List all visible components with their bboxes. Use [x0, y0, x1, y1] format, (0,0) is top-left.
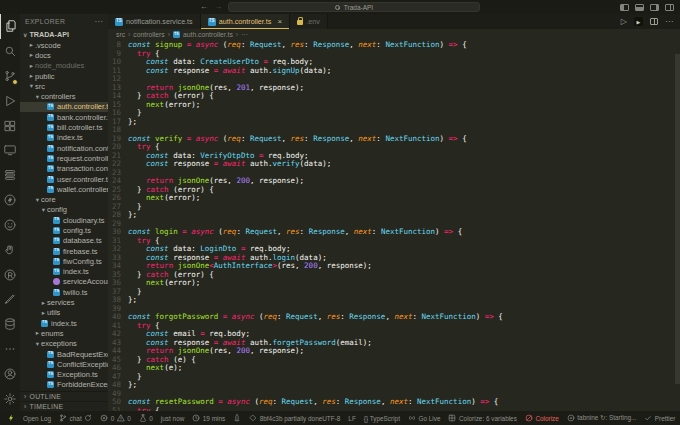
tree-folder--vscode[interactable]: ▸.vscode [20, 40, 108, 50]
activity-item-search[interactable] [0, 39, 20, 64]
tree-file-auth-controller-ts[interactable]: TSauth.controller.ts [20, 102, 108, 112]
breadcrumb-item[interactable]: ⋯ [241, 31, 248, 39]
close-icon[interactable]: × [277, 18, 282, 26]
status-git-branch[interactable]: chat [59, 414, 92, 422]
typescript-file-icon: TS [47, 165, 54, 172]
tree-folder-core[interactable]: ▾core [20, 194, 108, 204]
status-prettier[interactable]: Prettier [644, 414, 675, 422]
command-center-search[interactable]: Trada-API [228, 2, 480, 12]
tree-folder-config[interactable]: ▾config [20, 205, 108, 215]
explorer-more-icon[interactable]: ⋯ [95, 17, 103, 26]
status-rocket-item[interactable] [233, 414, 241, 422]
breadcrumb-item[interactable]: controllers [133, 31, 164, 38]
status-label: LF [348, 415, 355, 422]
tree-folder-src[interactable]: ▾src [20, 81, 108, 91]
activity-item-github[interactable] [0, 213, 20, 238]
status-colorize-variables[interactable]: Colorize: 6 variables [448, 414, 516, 422]
tree-folder-docs[interactable]: ▸docs [20, 50, 108, 60]
run-button[interactable]: ▷ [621, 18, 627, 26]
tree-file-flwconfig-ts[interactable]: TSflwConfig.ts [20, 256, 108, 266]
status-problems[interactable]: 00 [100, 414, 131, 422]
tree-file-forbiddenexcepti-[interactable]: TSForbiddenExcepti... [20, 380, 108, 390]
tree-file-exception-ts[interactable]: TSException.ts [20, 370, 108, 380]
breadcrumb-item[interactable]: auth.controller.ts [183, 31, 233, 38]
split-editor-button[interactable] [650, 18, 658, 25]
tree-file-serviceaccount-[interactable]: serviceAccount... [20, 277, 108, 287]
nav-forward-icon[interactable]: → [214, 3, 222, 11]
activity-item-remote-explorer[interactable] [0, 138, 20, 163]
status-commit-info[interactable]: 8bf4c3b partially done [249, 414, 322, 422]
more-actions-button[interactable]: ⋯ [665, 18, 673, 26]
toggle-primary-sidebar-icon[interactable] [620, 4, 629, 11]
code-runner-button[interactable]: ▶ [634, 17, 643, 26]
tree-file-database-ts[interactable]: TSdatabase.ts [20, 236, 108, 246]
code-area[interactable]: 8const signup = async (req: Request, res… [108, 40, 680, 411]
status-blame-just-now[interactable]: just now [161, 415, 184, 422]
status-eol[interactable]: LF [348, 415, 355, 422]
tree-folder-enums[interactable]: ▸enums [20, 328, 108, 338]
tree-file-conflictexception-[interactable]: TSConflictException... [20, 359, 108, 369]
status-encoding[interactable]: UTF-8 [322, 415, 340, 422]
tree-folder-public[interactable]: ▸public [20, 71, 108, 81]
tree-file-request-controller-[interactable]: TSrequest.controller... [20, 153, 108, 163]
status-tabnine[interactable]: tabnine ↻: Starting... [567, 414, 637, 422]
search-icon [3, 44, 17, 58]
activity-item-more-views[interactable] [0, 337, 20, 362]
breadcrumb-item[interactable]: src [116, 31, 125, 38]
toggle-panel-icon[interactable] [635, 4, 644, 11]
panel-timeline[interactable]: ›TIMELINE [20, 401, 108, 411]
status-extension-bolt[interactable] [7, 414, 15, 422]
activity-item-hand-extension[interactable] [0, 237, 20, 262]
status-test-counter[interactable]: 0 [139, 414, 153, 422]
tree-folder-services[interactable]: ▸services [20, 297, 108, 307]
tree-file-config-ts[interactable]: TSconfig.ts [20, 225, 108, 235]
tree-file-transaction-contr-[interactable]: TStransaction.contr... [20, 164, 108, 174]
activity-item-theme-paint[interactable] [0, 287, 20, 312]
tree-file-wallet-controller-ts[interactable]: TSwallet.controller.ts [20, 184, 108, 194]
tree-file-bank-controller-ts[interactable]: TSbank.controller.ts [20, 112, 108, 122]
extensions-icon [3, 119, 17, 133]
tab--env[interactable]: .env [290, 14, 328, 29]
status-colorize-toggle[interactable]: Colorize [525, 414, 559, 422]
code-line: 19const verify = async (req: Request, re… [108, 135, 680, 144]
nav-back-icon[interactable]: ← [200, 3, 208, 11]
tree-folder-controllers[interactable]: ▾controllers [20, 91, 108, 101]
activity-item-thunder-client[interactable] [0, 188, 20, 213]
code-line: 16 } [108, 109, 680, 118]
status-time-tracker[interactable]: 19 mins [192, 414, 225, 422]
tab-auth-controller-ts[interactable]: TSauth.controller.ts× [201, 14, 290, 29]
tree-file-index-ts[interactable]: TSindex.ts [20, 318, 108, 328]
tree-file-firebase-ts[interactable]: TSfirebase.ts [20, 246, 108, 256]
tree-item-label: BadRequestExce... [57, 350, 108, 359]
status-go-live[interactable]: Go Live [408, 414, 441, 422]
activity-item-run-and-debug[interactable] [0, 88, 20, 113]
tree-folder-exceptions[interactable]: ▾exceptions [20, 339, 108, 349]
panel-outline[interactable]: ›OUTLINE [20, 391, 108, 401]
tree-file-user-controller-ts[interactable]: TSuser.controller.ts [20, 174, 108, 184]
activity-item-source-control[interactable] [0, 64, 20, 89]
activity-item-docker[interactable] [0, 163, 20, 188]
tab-notification-service-ts[interactable]: TSnotification.service.ts [108, 14, 201, 29]
status-open-log[interactable]: Open Log [23, 415, 51, 422]
tree-file-bill-cotroller-ts[interactable]: TSbill.cotroller.ts [20, 122, 108, 132]
project-root-row[interactable]: ∨ TRADA-API [20, 29, 108, 40]
activity-item-rapidapi[interactable] [0, 262, 20, 287]
tree-folder-utils[interactable]: ▸utils [20, 308, 108, 318]
tree-file-notification-contr-[interactable]: TSnotification.contr... [20, 143, 108, 153]
tree-file-index-ts[interactable]: TSindex.ts [20, 133, 108, 143]
tree-file-badrequestexce-[interactable]: TSBadRequestExce... [20, 349, 108, 359]
status-language-mode[interactable]: {} TypeScript [364, 415, 400, 422]
customize-layout-icon[interactable] [665, 4, 674, 11]
activity-item-accounts[interactable] [0, 361, 20, 386]
toggle-secondary-sidebar-icon[interactable] [650, 4, 659, 11]
tree-file-index-ts[interactable]: TSindex.ts [20, 267, 108, 277]
activity-item-extensions[interactable] [0, 113, 20, 138]
tree-file-twilio-ts[interactable]: TStwilio.ts [20, 287, 108, 297]
activity-item-settings[interactable] [0, 386, 20, 411]
typescript-file-icon: TS [47, 134, 54, 141]
tree-folder-node-modules[interactable]: ▸node_modules [20, 61, 108, 71]
activity-item-database[interactable] [0, 312, 20, 337]
tree-file-cloudinary-ts[interactable]: TScloudinary.ts [20, 215, 108, 225]
editor-scrollbar[interactable] [675, 54, 680, 384]
activity-item-explorer[interactable] [0, 14, 20, 39]
